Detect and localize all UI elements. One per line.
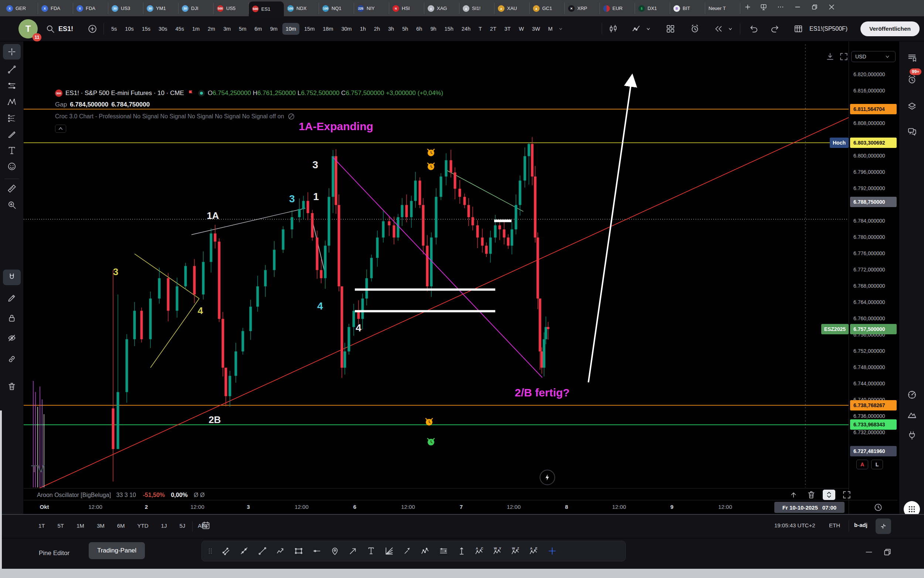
timeframe-15h[interactable]: 15h xyxy=(441,23,457,35)
browser-tab-si1[interactable]: ▲SI1! xyxy=(460,3,495,14)
browser-tab-bit[interactable]: BBIT xyxy=(670,3,705,14)
trend-line-tool[interactable] xyxy=(3,62,21,77)
chevron-down-icon[interactable] xyxy=(727,24,734,34)
crosshair-blue-tool[interactable] xyxy=(546,545,558,557)
hide-drawings-tool[interactable] xyxy=(3,330,21,346)
timeframe-2m[interactable]: 2m xyxy=(204,23,218,35)
gap-indicator-label[interactable]: Gap xyxy=(55,101,67,108)
publish-button[interactable]: Veröffentlichen xyxy=(861,21,919,36)
compare-add-icon[interactable] xyxy=(87,24,97,34)
sync-drawings-tool[interactable] xyxy=(3,351,21,367)
xabcd-pattern-tool[interactable] xyxy=(3,94,21,110)
watchlist-icon[interactable] xyxy=(903,49,921,65)
parallel-lines-tool[interactable] xyxy=(437,545,450,557)
bar-replay-icon[interactable] xyxy=(713,24,724,34)
timeframe-15m[interactable]: 15m xyxy=(301,23,318,35)
browser-tab-xag[interactable]: ▲XAG xyxy=(424,3,460,14)
adjust-label[interactable]: b-adj xyxy=(854,522,867,528)
croc-indicator-label[interactable]: Croc 3.0 Chart - Professional No Signal … xyxy=(55,113,284,120)
elliott-wave-tool[interactable] xyxy=(419,545,432,557)
undo-icon[interactable] xyxy=(749,24,759,34)
scroll-to-recent-icon[interactable] xyxy=(825,52,835,62)
arrow-marker-tool[interactable] xyxy=(401,545,414,557)
browser-tab-ndx[interactable]: 100NDX xyxy=(284,3,319,14)
browser-tab-fda[interactable]: XFDA xyxy=(73,3,108,14)
lock-drawings-tool[interactable] xyxy=(3,310,21,326)
timeframe-45s[interactable]: 45s xyxy=(172,23,188,35)
eye-off-icon[interactable] xyxy=(287,112,295,120)
timeframe-2T[interactable]: 2T xyxy=(487,23,500,35)
indicator-pane-title[interactable]: Aroon Oscillator [BigBeluga] 33 3 10 -51… xyxy=(37,492,205,498)
browser-tab-fda[interactable]: XFDA xyxy=(38,3,73,14)
timeframe-5m[interactable]: 5m xyxy=(235,23,249,35)
browser-tab-dji[interactable]: 30DJI xyxy=(178,3,214,14)
axis-button-a[interactable]: A xyxy=(856,459,868,469)
browser-tab-nq1[interactable]: 100NQ1 xyxy=(319,3,354,14)
maximize-pane-icon[interactable] xyxy=(839,52,849,62)
drag-handle[interactable] xyxy=(206,547,214,555)
remove-drawings-tool[interactable] xyxy=(3,379,21,394)
panel-minimize-icon[interactable] xyxy=(864,547,874,557)
chart-area[interactable]: 1A-Expanding2/B fertig?3131A34442B 500 E… xyxy=(24,41,849,488)
timeframe-18m[interactable]: 18m xyxy=(319,23,337,35)
redo-icon[interactable] xyxy=(770,24,780,34)
parallel-channel-tool[interactable] xyxy=(220,545,233,557)
range-5j[interactable]: 5J xyxy=(176,520,188,531)
pane-delete-button[interactable] xyxy=(805,490,817,500)
timeframe-3h[interactable]: 3h xyxy=(385,23,397,35)
pane-maximize-button[interactable] xyxy=(840,490,853,500)
trend-line-tool[interactable] xyxy=(256,545,269,557)
timeframe-5h[interactable]: 5h xyxy=(399,23,411,35)
timeframe-1h[interactable]: 1h xyxy=(357,23,369,35)
window-minimize-button[interactable] xyxy=(789,1,806,13)
timeframe-10m[interactable]: 10m xyxy=(282,23,299,35)
browser-menu-button[interactable] xyxy=(772,1,789,13)
time-axis-settings[interactable] xyxy=(849,500,897,514)
timeframe-6h[interactable]: 6h xyxy=(413,23,426,35)
timeframe-30s[interactable]: 30s xyxy=(155,23,170,35)
axis-button-l[interactable]: L xyxy=(871,459,883,469)
timeframe-T[interactable]: T xyxy=(475,23,485,35)
emoji-tool[interactable] xyxy=(3,159,21,174)
range-1t[interactable]: 1T xyxy=(36,520,48,531)
timeframe-10s[interactable]: 10s xyxy=(121,23,137,35)
timeframe-3W[interactable]: 3W xyxy=(529,23,543,35)
browser-tab-us5[interactable]: 500US5 xyxy=(214,3,249,14)
time-axis[interactable]: Fr 10-10-202507:00 Okt12:00212:00312:006… xyxy=(24,500,849,514)
text-tool[interactable] xyxy=(365,545,377,557)
browser-tab-neuert[interactable]: Neuer T xyxy=(705,3,740,14)
panel-restore-icon[interactable] xyxy=(883,547,892,557)
timeframe-5s[interactable]: 5s xyxy=(108,23,120,35)
range-3m[interactable]: 3M xyxy=(94,520,108,531)
session-label[interactable]: ETH xyxy=(829,522,840,528)
clock-label[interactable]: 19:05:43 UTC+2 xyxy=(774,522,816,528)
rectangle-tool[interactable] xyxy=(292,545,305,557)
browser-tab-ym1[interactable]: 30YM1 xyxy=(143,3,178,14)
zoom-in-tool[interactable] xyxy=(3,197,21,213)
goto-date-icon[interactable] xyxy=(201,521,212,532)
symbol-search-input[interactable]: ES1! xyxy=(58,25,73,33)
left-scrollbar-strip[interactable] xyxy=(0,411,2,569)
polyline-arrow-tool[interactable] xyxy=(274,545,287,557)
layout-grid-icon[interactable] xyxy=(665,24,676,34)
range-6m[interactable]: 6M xyxy=(114,520,128,531)
timeframe-9h[interactable]: 9h xyxy=(427,23,439,35)
text-tool[interactable] xyxy=(3,143,21,158)
timeframe-M[interactable]: M xyxy=(545,23,556,35)
pane-move-up-button[interactable] xyxy=(787,490,800,500)
browser-tab-eur[interactable]: EUR xyxy=(600,3,635,14)
tab-trading-panel[interactable]: Trading-Panel xyxy=(89,542,145,559)
candle-style-icon[interactable] xyxy=(608,24,618,34)
pattern-wz-tool[interactable]: WZ xyxy=(510,545,522,557)
browser-tab-hsi[interactable]: πHSI xyxy=(389,3,424,14)
horizontal-ray-tool[interactable] xyxy=(311,545,323,557)
crosshair-tool[interactable] xyxy=(3,44,21,60)
brush-tool[interactable] xyxy=(3,127,21,143)
timeframe-6m[interactable]: 6m xyxy=(251,23,265,35)
scanner-icon[interactable] xyxy=(903,386,921,403)
window-restore-button[interactable] xyxy=(806,1,823,13)
gann-fan-tool[interactable] xyxy=(383,545,395,557)
timeframe-2h[interactable]: 2h xyxy=(371,23,383,35)
range-1j[interactable]: 1J xyxy=(158,520,170,531)
timeframe-1m[interactable]: 1m xyxy=(189,23,203,35)
